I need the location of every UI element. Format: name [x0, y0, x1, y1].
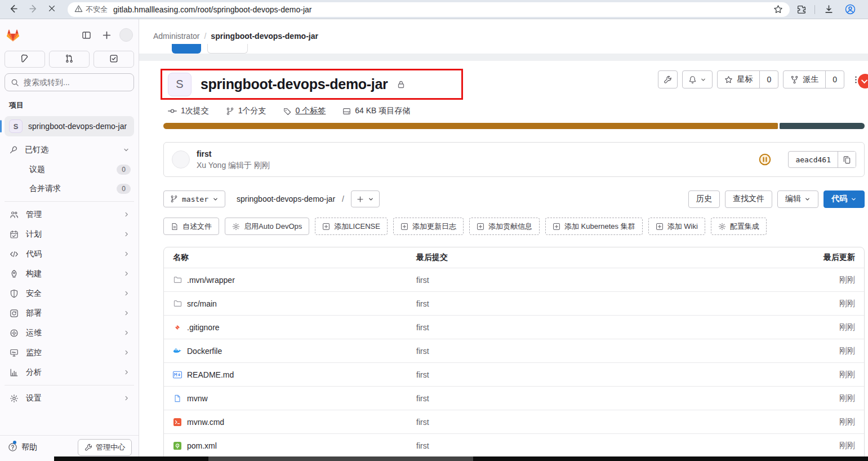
- user-avatar[interactable]: [119, 28, 133, 42]
- todo-shortcut-button[interactable]: [94, 51, 134, 68]
- create-new-button[interactable]: [99, 28, 114, 42]
- chevron-right-icon: [123, 290, 130, 296]
- issues-shortcut-button[interactable]: [5, 51, 45, 68]
- clipped-tab-inactive[interactable]: [207, 44, 248, 54]
- add-changelog-button[interactable]: 添加更新日志: [393, 218, 464, 235]
- find-file-button[interactable]: 查找文件: [725, 190, 772, 208]
- row-commit-link[interactable]: first: [416, 276, 776, 285]
- edit-dropdown-button[interactable]: 编辑: [777, 190, 818, 208]
- file-link[interactable]: README.md: [173, 370, 416, 379]
- admin-area-button[interactable]: 管理中心: [78, 439, 132, 456]
- profile-avatar-icon[interactable]: [842, 2, 858, 17]
- chevron-right-icon: [123, 271, 130, 277]
- browser-back-button[interactable]: [6, 2, 21, 17]
- extensions-icon[interactable]: [793, 2, 809, 17]
- scrollbar-thumb[interactable]: [208, 456, 473, 461]
- address-bar[interactable]: 不安全 gitlab.hmallleasing.com/root/springb…: [68, 2, 790, 17]
- notifications-button[interactable]: [682, 70, 713, 88]
- commit-title-link[interactable]: first: [197, 148, 752, 159]
- sidebar-item-manage[interactable]: 管理: [0, 205, 139, 224]
- auto-devops-button[interactable]: 启用Auto DevOps: [225, 218, 309, 235]
- fork-button[interactable]: 派生: [784, 71, 825, 88]
- commit-author-avatar[interactable]: [172, 150, 190, 169]
- sidebar-search[interactable]: [5, 73, 134, 91]
- security-chip[interactable]: 不安全: [74, 5, 108, 15]
- branch-selector[interactable]: master: [163, 190, 225, 207]
- url-text[interactable]: gitlab.hmallleasing.com/root/springboot-…: [113, 5, 768, 14]
- sidebar-item-issues[interactable]: 议题 0: [0, 160, 139, 179]
- download-icon[interactable]: [821, 2, 836, 17]
- sidebar-item-build[interactable]: 构建: [0, 264, 139, 283]
- sidebar-item-plan[interactable]: 计划: [0, 224, 139, 244]
- row-commit-link[interactable]: first: [416, 394, 776, 403]
- sidebar-item-monitor[interactable]: 监控: [0, 343, 139, 362]
- sidebar-item-current-project[interactable]: S springboot-devops-demo-jar: [5, 116, 134, 136]
- browser-stop-button[interactable]: [44, 2, 60, 17]
- sidebar-item-merge-requests[interactable]: 合并请求 0: [0, 179, 139, 198]
- browser-forward-button[interactable]: [25, 2, 41, 17]
- stat-tags[interactable]: 0 个标签: [283, 106, 326, 116]
- sidebar-item-secure[interactable]: 安全: [0, 283, 139, 303]
- stat-branches-label: 1个分支: [238, 106, 266, 116]
- add-file-dropdown[interactable]: [351, 190, 380, 207]
- file-link[interactable]: .gitignore: [173, 323, 416, 332]
- merge-requests-shortcut-button[interactable]: [49, 51, 90, 68]
- gitlab-logo-icon[interactable]: [6, 28, 20, 42]
- sidebar-item-operate[interactable]: 运维: [0, 323, 139, 343]
- row-commit-link[interactable]: first: [416, 323, 776, 332]
- sidebar-toggle-button[interactable]: [79, 28, 94, 42]
- row-commit-link[interactable]: first: [416, 370, 776, 379]
- row-commit-link[interactable]: first: [416, 441, 776, 450]
- history-button[interactable]: 历史: [688, 190, 720, 208]
- add-contributing-button[interactable]: 添加贡献信息: [469, 218, 540, 235]
- code-icon: [9, 250, 19, 259]
- copy-sha-button[interactable]: [838, 152, 856, 167]
- language-bar[interactable]: [163, 123, 865, 129]
- table-row: Dockerfile first 刚刚: [164, 339, 864, 362]
- sidebar-top-bar: [0, 25, 139, 45]
- file-link[interactable]: Dockerfile: [173, 347, 416, 356]
- breadcrumb-current[interactable]: springboot-devops-demo-jar: [211, 32, 318, 41]
- add-wiki-button[interactable]: 添加 Wiki: [648, 218, 705, 235]
- add-license-button[interactable]: 添加LICENSE: [315, 218, 388, 235]
- file-link[interactable]: mvnw.cmd: [173, 418, 416, 427]
- sidebar-item-pinned[interactable]: 已钉选: [0, 140, 139, 160]
- star-button[interactable]: 星标: [718, 71, 759, 88]
- file-link[interactable]: pom.xml: [173, 441, 416, 450]
- analyze-label: 分析: [26, 367, 42, 378]
- file-link[interactable]: src/main: [173, 299, 416, 308]
- search-input[interactable]: [24, 78, 128, 87]
- repo-path-root[interactable]: springboot-devops-demo-jar: [237, 194, 335, 203]
- fork-count[interactable]: 0: [825, 71, 844, 88]
- setup-wrench-button[interactable]: [658, 70, 678, 88]
- stat-storage[interactable]: 64 KB 项目存储: [342, 106, 410, 116]
- sidebar-item-code[interactable]: 代码: [0, 244, 139, 264]
- stat-branches[interactable]: 1个分支: [226, 106, 266, 116]
- clipped-tab-active[interactable]: [172, 44, 201, 54]
- plan-label: 计划: [26, 229, 42, 240]
- security-label: 不安全: [86, 5, 108, 15]
- row-commit-link[interactable]: first: [416, 299, 776, 308]
- sidebar-item-deploy[interactable]: 部署: [0, 303, 139, 323]
- gear-icon: [9, 394, 19, 403]
- horizontal-scrollbar[interactable]: [54, 456, 868, 461]
- add-kubernetes-button[interactable]: 添加 Kubernetes 集群: [545, 218, 643, 235]
- sidebar-item-analyze[interactable]: 分析: [0, 362, 139, 382]
- code-dropdown-button[interactable]: 代码: [824, 190, 865, 208]
- breadcrumb-parent[interactable]: Administrator: [153, 32, 199, 41]
- configure-integrations-button[interactable]: 配置集成: [711, 218, 767, 235]
- file-link[interactable]: .mvn/wrapper: [173, 276, 416, 285]
- pipeline-status-paused-icon[interactable]: [759, 153, 771, 166]
- sidebar-item-settings[interactable]: 设置: [0, 388, 139, 408]
- row-commit-link[interactable]: first: [416, 418, 776, 427]
- row-commit-link[interactable]: first: [416, 347, 776, 356]
- help-button[interactable]: 帮助: [8, 442, 37, 453]
- merge-request-icon: [65, 54, 74, 65]
- readme-button[interactable]: 自述文件: [163, 218, 219, 235]
- star-count[interactable]: 0: [759, 71, 778, 88]
- project-name-label: springboot-devops-demo-jar: [28, 122, 127, 131]
- file-link[interactable]: mvnw: [173, 394, 416, 403]
- stat-commits[interactable]: 1次提交: [168, 106, 209, 116]
- file-icon: [173, 394, 182, 402]
- bookmark-star-icon[interactable]: [773, 5, 783, 14]
